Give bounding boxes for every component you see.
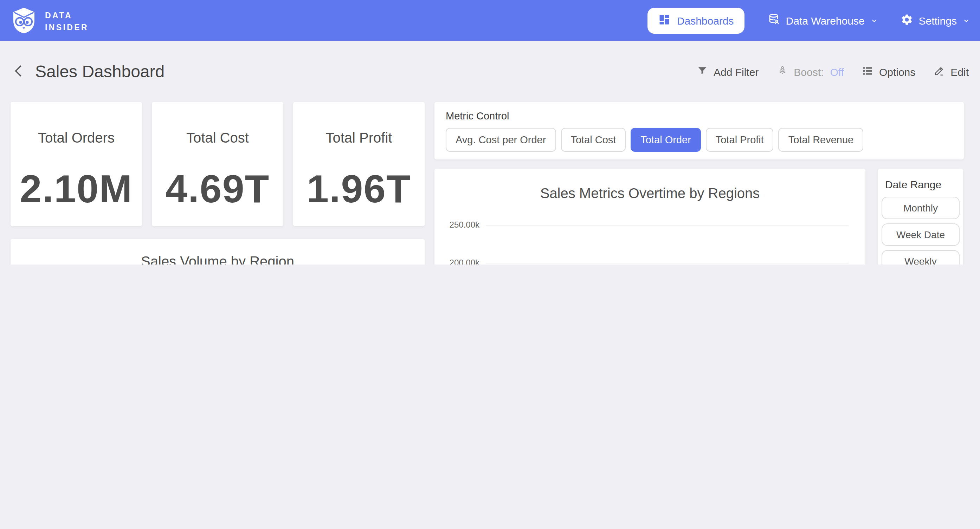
- kpi-value: 4.69T: [152, 166, 283, 211]
- rocket-icon: [777, 65, 788, 79]
- kpi-label: Total Orders: [11, 130, 142, 146]
- kpi-label: Total Profit: [293, 130, 425, 146]
- options-button[interactable]: Options: [862, 65, 915, 78]
- date-range-option-weekly[interactable]: Weekly: [881, 250, 959, 265]
- date-range-option-monthly[interactable]: Monthly: [881, 197, 959, 219]
- back-button[interactable]: [11, 63, 28, 80]
- kpi-card-total-orders: Total Orders 2.10M: [11, 102, 142, 226]
- bar-chart-card: Sales Metrics Overtime by Regions 250.00…: [434, 168, 865, 265]
- date-range-buttons: MonthlyWeek DateWeeklyYear: [881, 197, 959, 265]
- page-header: Sales Dashboard Add Filter Boost:Off: [0, 41, 980, 103]
- boost-toggle[interactable]: Boost:Off: [777, 65, 844, 79]
- gear-icon: [900, 13, 913, 28]
- add-filter-button[interactable]: Add Filter: [697, 65, 759, 78]
- pie-chart-card: Sales Volume by Region Central America a…: [11, 239, 425, 265]
- nav-settings-label: Settings: [919, 14, 957, 26]
- filter-funnel-icon: [697, 65, 708, 78]
- date-range-title: Date Range: [885, 178, 941, 191]
- owl-logo-icon: [10, 6, 38, 38]
- nav-settings-button[interactable]: Settings: [900, 13, 970, 28]
- chevron-down-icon: [870, 14, 878, 26]
- date-range-option-week-date[interactable]: Week Date: [881, 223, 959, 246]
- options-list-icon: [862, 65, 873, 78]
- nav-dashboards-label: Dashboards: [677, 14, 734, 26]
- y-axis-tick: 200.00k: [434, 257, 479, 265]
- date-range-card: Date Range MonthlyWeek DateWeeklyYear: [878, 168, 963, 265]
- header-actions: Add Filter Boost:Off: [697, 65, 969, 79]
- kpi-label: Total Cost: [152, 130, 283, 146]
- page-title: Sales Dashboard: [35, 62, 164, 81]
- edit-button[interactable]: Edit: [934, 65, 969, 78]
- app-root: DATA INSIDER Dashboards: [0, 0, 980, 265]
- gridline: [486, 262, 848, 263]
- metric-option-total-order[interactable]: Total Order: [631, 128, 700, 152]
- brand-logo: DATA INSIDER: [10, 6, 89, 38]
- metric-option-total-revenue[interactable]: Total Revenue: [779, 128, 863, 152]
- brand-name: DATA INSIDER: [45, 10, 89, 34]
- metric-option-avg-cost-per-order[interactable]: Avg. Cost per Order: [446, 128, 556, 152]
- nav-actions: Dashboards Data Warehouse: [648, 0, 970, 41]
- chevron-down-icon: [963, 14, 970, 26]
- y-axis-tick: 250.00k: [434, 220, 479, 230]
- metric-option-total-profit[interactable]: Total Profit: [706, 128, 774, 152]
- metric-option-total-cost[interactable]: Total Cost: [561, 128, 626, 152]
- pie-chart-title: Sales Volume by Region: [11, 254, 425, 265]
- database-icon: [767, 13, 780, 28]
- metric-control-title: Metric Control: [446, 110, 509, 122]
- kpi-card-total-cost: Total Cost 4.69T: [152, 102, 283, 226]
- bar-chart-title: Sales Metrics Overtime by Regions: [434, 186, 865, 202]
- kpi-value: 1.96T: [293, 166, 425, 211]
- kpi-value: 2.10M: [11, 166, 142, 211]
- gridline: [486, 225, 848, 226]
- edit-pencil-icon: [934, 65, 945, 78]
- dashboard-grid-icon: [658, 13, 671, 28]
- metric-control-card: Metric Control Avg. Cost per OrderTotal …: [434, 102, 964, 159]
- top-navbar: DATA INSIDER Dashboards: [0, 0, 980, 41]
- metric-control-buttons: Avg. Cost per OrderTotal CostTotal Order…: [446, 128, 863, 152]
- nav-data-warehouse-label: Data Warehouse: [786, 14, 865, 26]
- nav-data-warehouse-button[interactable]: Data Warehouse: [767, 13, 878, 28]
- boost-state: Off: [830, 66, 844, 78]
- kpi-card-total-profit: Total Profit 1.96T: [293, 102, 425, 226]
- nav-dashboards-button[interactable]: Dashboards: [648, 7, 745, 33]
